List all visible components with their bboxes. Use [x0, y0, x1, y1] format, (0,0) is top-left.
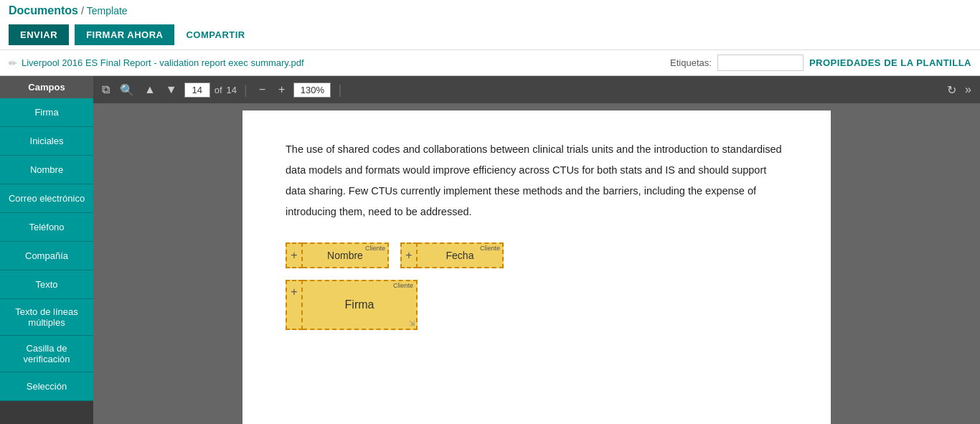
sidebar-item-correo[interactable]: Correo electrónico [0, 184, 93, 213]
nombre-field-badge: Cliente [365, 245, 385, 252]
etiquetas-select[interactable] [717, 55, 804, 71]
propiedades-link[interactable]: PROPIEDADES DE LA PLANTILLA [809, 57, 971, 68]
fecha-field-badge: Cliente [480, 245, 500, 252]
firma-field-body[interactable]: Firma Cliente ⇲ [303, 280, 418, 330]
sidebar-scroll: Firma Iniciales Nombre Correo electrónic… [0, 98, 93, 424]
page-of-label: of [215, 85, 222, 95]
pdf-toolbar: ⧉ 🔍 ▲ ▼ of 14 | − + | ↻ » [93, 76, 980, 103]
pdf-viewer: The use of shared codes and collaboratio… [93, 103, 980, 424]
sidebar-item-seleccion[interactable]: Selección [0, 372, 93, 401]
sidebar-item-texto-multilinea[interactable]: Texto de líneas múltiples [0, 299, 93, 336]
pdf-paragraph: The use of shared codes and collaboratio… [286, 139, 788, 222]
fecha-field-body[interactable]: Fecha Cliente [418, 242, 504, 268]
total-pages-label: 14 [227, 85, 237, 95]
zoom-input[interactable] [293, 83, 331, 98]
toolbar-divider2: | [338, 83, 341, 98]
sidebar-item-nombre[interactable]: Nombre [0, 156, 93, 184]
fecha-field-plus[interactable]: + [400, 242, 418, 268]
file-name-label: Liverpool 2016 ES Final Report - validat… [22, 57, 304, 68]
nombre-field-body[interactable]: Nombre Cliente [303, 242, 389, 268]
pdf-page: The use of shared codes and collaboratio… [242, 110, 831, 424]
firma-field-badge: Cliente [393, 282, 413, 289]
nombre-field-container: + Nombre Cliente [286, 242, 389, 268]
sidebar-item-casilla[interactable]: Casilla de verificación [0, 336, 93, 372]
compartir-button[interactable]: COMPARTIR [180, 24, 250, 45]
nombre-field-label: Nombre [327, 250, 363, 261]
search-icon[interactable]: 🔍 [117, 82, 137, 98]
refresh-icon[interactable]: ↻ [944, 82, 959, 98]
toolbar-divider: | [244, 83, 248, 98]
firma-field-label: Firma [345, 298, 374, 311]
content-area: ⧉ 🔍 ▲ ▼ of 14 | − + | ↻ » The use of sha… [93, 76, 980, 424]
sidebar-item-iniciales[interactable]: Iniciales [0, 127, 93, 156]
zoom-out-button[interactable]: − [255, 82, 270, 98]
next-page-icon[interactable]: ▼ [163, 82, 180, 98]
etiquetas-label: Etiquetas: [670, 57, 712, 68]
page-input[interactable] [184, 83, 210, 98]
firmar-button[interactable]: FIRMAR AHORA [75, 24, 174, 45]
prev-page-icon[interactable]: ▲ [141, 82, 159, 98]
breadcrumb-separator: / [81, 5, 84, 17]
pencil-icon: ✏ [9, 57, 17, 69]
sidebar-item-texto[interactable]: Texto [0, 270, 93, 299]
sidebar-item-compania[interactable]: Compañía [0, 242, 93, 270]
copy-icon[interactable]: ⧉ [99, 82, 113, 98]
expand-icon[interactable]: » [962, 82, 974, 98]
pdf-fields-row-1: + Nombre Cliente + Fecha Cliente [286, 242, 788, 268]
pdf-fields-row-2: + Firma Cliente ⇲ [286, 280, 788, 330]
firma-resize-handle[interactable]: ⇲ [409, 319, 415, 327]
enviar-button[interactable]: ENVIAR [9, 24, 69, 45]
nombre-field-plus[interactable]: + [286, 242, 303, 268]
breadcrumb-template[interactable]: Template [87, 5, 128, 17]
sidebar-item-firma[interactable]: Firma [0, 98, 93, 127]
fecha-field-label: Fecha [446, 250, 474, 261]
sidebar-header: Campos [0, 76, 93, 98]
sidebar: Campos Firma Iniciales Nombre Correo ele… [0, 76, 93, 424]
firma-field-container: + Firma Cliente ⇲ [286, 280, 418, 330]
fecha-field-container: + Fecha Cliente [400, 242, 504, 268]
firma-field-plus[interactable]: + [286, 280, 303, 330]
sidebar-item-telefono[interactable]: Teléfono [0, 213, 93, 242]
breadcrumb-documentos[interactable]: Documentos [9, 4, 78, 17]
zoom-in-button[interactable]: + [274, 82, 289, 98]
